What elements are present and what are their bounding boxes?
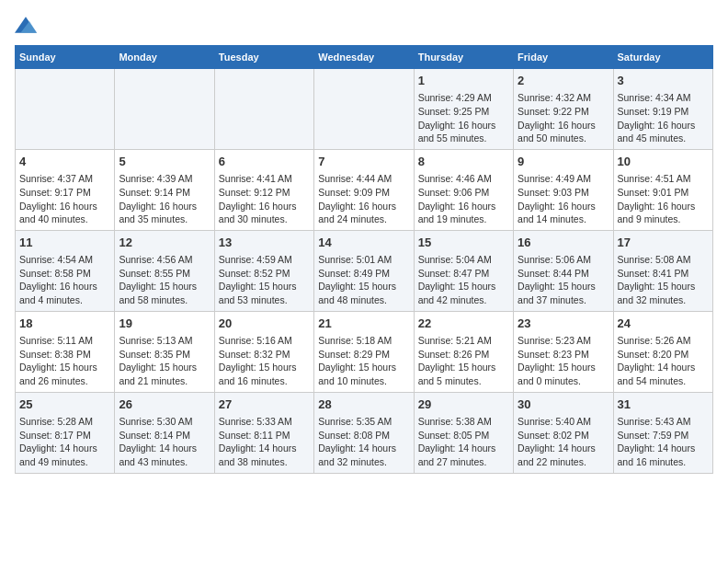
day-number: 18: [19, 316, 110, 332]
calendar-cell: 22Sunrise: 5:21 AM Sunset: 8:26 PM Dayli…: [414, 311, 513, 392]
cell-info: Sunrise: 5:06 AM Sunset: 8:44 PM Dayligh…: [518, 253, 609, 307]
day-number: 5: [119, 154, 210, 170]
cell-info: Sunrise: 5:08 AM Sunset: 8:41 PM Dayligh…: [618, 253, 709, 307]
calendar-cell: 23Sunrise: 5:23 AM Sunset: 8:23 PM Dayli…: [514, 311, 613, 392]
cell-info: Sunrise: 4:56 AM Sunset: 8:55 PM Dayligh…: [119, 253, 210, 307]
day-number: 29: [418, 396, 509, 413]
calendar-cell: 7Sunrise: 4:44 AM Sunset: 9:09 PM Daylig…: [314, 149, 414, 230]
cell-info: Sunrise: 4:51 AM Sunset: 9:01 PM Dayligh…: [618, 172, 709, 226]
calendar-cell: 6Sunrise: 4:41 AM Sunset: 9:12 PM Daylig…: [214, 149, 313, 230]
calendar-cell: 31Sunrise: 5:43 AM Sunset: 7:59 PM Dayli…: [613, 392, 712, 473]
calendar-cell: 1Sunrise: 4:29 AM Sunset: 9:25 PM Daylig…: [414, 69, 513, 150]
cell-info: Sunrise: 4:32 AM Sunset: 9:22 PM Dayligh…: [518, 91, 609, 145]
day-number: 3: [618, 73, 709, 89]
cell-info: Sunrise: 4:41 AM Sunset: 9:12 PM Dayligh…: [219, 172, 310, 226]
day-number: 13: [219, 235, 310, 251]
day-number: 21: [318, 316, 409, 332]
week-row-5: 25Sunrise: 5:28 AM Sunset: 8:17 PM Dayli…: [16, 392, 713, 473]
col-header-wednesday: Wednesday: [314, 46, 414, 69]
week-row-1: 1Sunrise: 4:29 AM Sunset: 9:25 PM Daylig…: [16, 69, 713, 150]
cell-info: Sunrise: 5:26 AM Sunset: 8:20 PM Dayligh…: [618, 334, 709, 388]
calendar-cell: 3Sunrise: 4:34 AM Sunset: 9:19 PM Daylig…: [613, 69, 712, 150]
calendar-cell: 21Sunrise: 5:18 AM Sunset: 8:29 PM Dayli…: [314, 311, 414, 392]
day-number: 6: [219, 154, 310, 170]
cell-info: Sunrise: 5:13 AM Sunset: 8:35 PM Dayligh…: [119, 334, 210, 388]
cell-info: Sunrise: 4:29 AM Sunset: 9:25 PM Dayligh…: [418, 91, 509, 145]
calendar-cell: 25Sunrise: 5:28 AM Sunset: 8:17 PM Dayli…: [16, 392, 115, 473]
week-row-2: 4Sunrise: 4:37 AM Sunset: 9:17 PM Daylig…: [16, 149, 713, 230]
day-number: 15: [418, 235, 509, 251]
calendar-cell: 13Sunrise: 4:59 AM Sunset: 8:52 PM Dayli…: [214, 230, 313, 311]
cell-info: Sunrise: 5:40 AM Sunset: 8:02 PM Dayligh…: [518, 415, 609, 469]
calendar-cell: 16Sunrise: 5:06 AM Sunset: 8:44 PM Dayli…: [514, 230, 613, 311]
day-number: 9: [518, 154, 609, 170]
day-number: 24: [618, 316, 709, 332]
day-number: 19: [119, 316, 210, 332]
cell-info: Sunrise: 5:04 AM Sunset: 8:47 PM Dayligh…: [418, 253, 509, 307]
col-header-friday: Friday: [514, 46, 613, 69]
calendar-cell: 18Sunrise: 5:11 AM Sunset: 8:38 PM Dayli…: [16, 311, 115, 392]
cell-info: Sunrise: 5:30 AM Sunset: 8:14 PM Dayligh…: [119, 415, 210, 469]
calendar-cell: 9Sunrise: 4:49 AM Sunset: 9:03 PM Daylig…: [514, 149, 613, 230]
cell-info: Sunrise: 4:46 AM Sunset: 9:06 PM Dayligh…: [418, 172, 509, 226]
cell-info: Sunrise: 5:18 AM Sunset: 8:29 PM Dayligh…: [318, 334, 409, 388]
day-number: 25: [19, 396, 110, 413]
logo-icon: [15, 17, 37, 33]
cell-info: Sunrise: 5:38 AM Sunset: 8:05 PM Dayligh…: [418, 415, 509, 469]
calendar-cell: [115, 69, 214, 150]
calendar-cell: 4Sunrise: 4:37 AM Sunset: 9:17 PM Daylig…: [16, 149, 115, 230]
day-number: 8: [418, 154, 509, 170]
calendar-table: SundayMondayTuesdayWednesdayThursdayFrid…: [15, 45, 713, 474]
day-number: 28: [318, 396, 409, 413]
page-header: [15, 15, 713, 34]
day-number: 20: [219, 316, 310, 332]
day-number: 2: [518, 73, 609, 89]
cell-info: Sunrise: 5:43 AM Sunset: 7:59 PM Dayligh…: [618, 415, 709, 469]
calendar-cell: 5Sunrise: 4:39 AM Sunset: 9:14 PM Daylig…: [115, 149, 214, 230]
day-number: 22: [418, 316, 509, 332]
calendar-cell: [16, 69, 115, 150]
day-number: 10: [618, 154, 709, 170]
col-header-saturday: Saturday: [613, 46, 712, 69]
cell-info: Sunrise: 5:35 AM Sunset: 8:08 PM Dayligh…: [318, 415, 409, 469]
calendar-cell: 30Sunrise: 5:40 AM Sunset: 8:02 PM Dayli…: [514, 392, 613, 473]
day-number: 11: [19, 235, 110, 251]
week-row-3: 11Sunrise: 4:54 AM Sunset: 8:58 PM Dayli…: [16, 230, 713, 311]
calendar-body: 1Sunrise: 4:29 AM Sunset: 9:25 PM Daylig…: [16, 69, 713, 474]
calendar-cell: 11Sunrise: 4:54 AM Sunset: 8:58 PM Dayli…: [16, 230, 115, 311]
cell-info: Sunrise: 4:39 AM Sunset: 9:14 PM Dayligh…: [119, 172, 210, 226]
calendar-cell: 28Sunrise: 5:35 AM Sunset: 8:08 PM Dayli…: [314, 392, 414, 473]
cell-info: Sunrise: 4:54 AM Sunset: 8:58 PM Dayligh…: [19, 253, 110, 307]
calendar-cell: 17Sunrise: 5:08 AM Sunset: 8:41 PM Dayli…: [613, 230, 712, 311]
day-number: 1: [418, 73, 509, 89]
calendar-cell: 15Sunrise: 5:04 AM Sunset: 8:47 PM Dayli…: [414, 230, 513, 311]
day-number: 31: [618, 396, 709, 413]
col-header-tuesday: Tuesday: [214, 46, 313, 69]
week-row-4: 18Sunrise: 5:11 AM Sunset: 8:38 PM Dayli…: [16, 311, 713, 392]
calendar-cell: 2Sunrise: 4:32 AM Sunset: 9:22 PM Daylig…: [514, 69, 613, 150]
calendar-cell: 20Sunrise: 5:16 AM Sunset: 8:32 PM Dayli…: [214, 311, 313, 392]
calendar-cell: 27Sunrise: 5:33 AM Sunset: 8:11 PM Dayli…: [214, 392, 313, 473]
cell-info: Sunrise: 4:34 AM Sunset: 9:19 PM Dayligh…: [618, 91, 709, 145]
cell-info: Sunrise: 4:49 AM Sunset: 9:03 PM Dayligh…: [518, 172, 609, 226]
calendar-cell: 19Sunrise: 5:13 AM Sunset: 8:35 PM Dayli…: [115, 311, 214, 392]
day-number: 23: [518, 316, 609, 332]
cell-info: Sunrise: 5:23 AM Sunset: 8:23 PM Dayligh…: [518, 334, 609, 388]
cell-info: Sunrise: 4:44 AM Sunset: 9:09 PM Dayligh…: [318, 172, 409, 226]
cell-info: Sunrise: 5:16 AM Sunset: 8:32 PM Dayligh…: [219, 334, 310, 388]
logo: [15, 15, 40, 34]
day-number: 14: [318, 235, 409, 251]
day-number: 4: [19, 154, 110, 170]
calendar-header: SundayMondayTuesdayWednesdayThursdayFrid…: [16, 46, 713, 69]
header-row: SundayMondayTuesdayWednesdayThursdayFrid…: [16, 46, 713, 69]
cell-info: Sunrise: 5:21 AM Sunset: 8:26 PM Dayligh…: [418, 334, 509, 388]
calendar-cell: 8Sunrise: 4:46 AM Sunset: 9:06 PM Daylig…: [414, 149, 513, 230]
calendar-cell: 12Sunrise: 4:56 AM Sunset: 8:55 PM Dayli…: [115, 230, 214, 311]
day-number: 17: [618, 235, 709, 251]
day-number: 16: [518, 235, 609, 251]
cell-info: Sunrise: 5:11 AM Sunset: 8:38 PM Dayligh…: [19, 334, 110, 388]
cell-info: Sunrise: 5:01 AM Sunset: 8:49 PM Dayligh…: [318, 253, 409, 307]
day-number: 27: [219, 396, 310, 413]
cell-info: Sunrise: 5:28 AM Sunset: 8:17 PM Dayligh…: [19, 415, 110, 469]
col-header-sunday: Sunday: [16, 46, 115, 69]
